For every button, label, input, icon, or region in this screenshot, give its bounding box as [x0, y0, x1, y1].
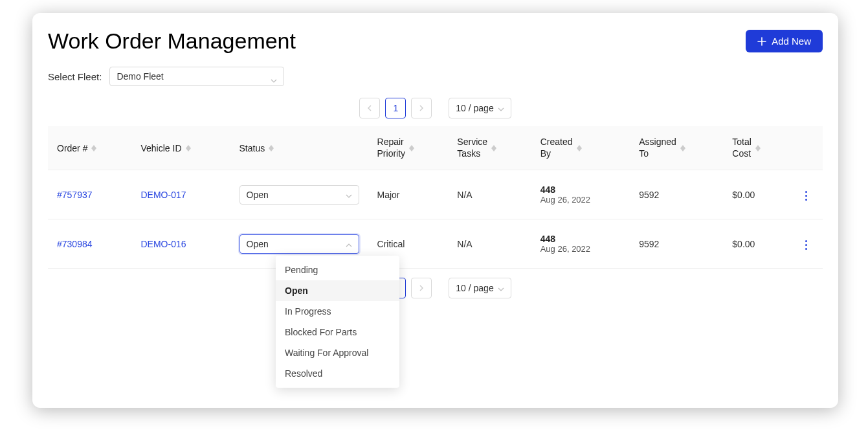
status-select[interactable]: Open: [239, 234, 359, 254]
status-option-in-progress[interactable]: In Progress: [276, 301, 399, 322]
status-dropdown: Pending Open In Progress Blocked For Par…: [276, 256, 399, 388]
table-row: #757937 DEMO-017 Open Major N/A 448 Aug …: [48, 170, 823, 219]
created-by: 448: [540, 234, 621, 244]
work-order-table: Order # Vehicle ID Status RepairPriority…: [48, 126, 823, 269]
page-title: Work Order Management: [48, 28, 296, 54]
sort-icon: [491, 145, 496, 151]
vehicle-link[interactable]: DEMO-016: [140, 239, 186, 249]
sort-icon: [269, 145, 274, 151]
priority-cell: Major: [368, 170, 449, 219]
order-link[interactable]: #730984: [57, 239, 93, 249]
col-created[interactable]: CreatedBy: [531, 126, 630, 170]
fleet-label: Select Fleet:: [48, 71, 102, 82]
status-option-resolved[interactable]: Resolved: [276, 363, 399, 384]
pagination-top: 1 10 / page: [48, 98, 823, 118]
chevron-up-icon: [346, 239, 352, 249]
created-by: 448: [540, 184, 621, 195]
created-date: Aug 26, 2022: [540, 195, 621, 205]
table-header-row: Order # Vehicle ID Status RepairPriority…: [48, 126, 823, 170]
pager-page-label: 1: [393, 103, 398, 113]
col-assigned[interactable]: AssignedTo: [630, 126, 723, 170]
tasks-cell: N/A: [448, 219, 531, 269]
vehicle-link[interactable]: DEMO-017: [140, 190, 186, 200]
plus-icon: [757, 37, 766, 46]
sort-icon: [680, 145, 685, 151]
created-cell: 448 Aug 26, 2022: [531, 219, 630, 269]
pager-prev-button[interactable]: [359, 98, 380, 118]
col-order-label: Order #: [57, 143, 87, 153]
page-card: Work Order Management Add New Select Fle…: [32, 13, 838, 408]
col-tasks[interactable]: ServiceTasks: [448, 126, 531, 170]
col-vehicle[interactable]: Vehicle ID: [131, 126, 230, 170]
col-assigned-label: AssignedTo: [639, 137, 676, 159]
col-cost-label: TotalCost: [732, 137, 751, 159]
status-option-blocked[interactable]: Blocked For Parts: [276, 322, 399, 342]
created-date: Aug 26, 2022: [540, 244, 621, 254]
tasks-cell: N/A: [448, 170, 531, 219]
header-row: Work Order Management Add New: [48, 28, 823, 54]
cost-cell: $0.00: [723, 219, 790, 269]
pagination-bottom: 1 10 / page: [48, 278, 823, 298]
col-status[interactable]: Status: [230, 126, 368, 170]
col-order[interactable]: Order #: [48, 126, 131, 170]
page-size-label: 10 / page: [456, 103, 493, 113]
col-priority[interactable]: RepairPriority: [368, 126, 449, 170]
col-vehicle-label: Vehicle ID: [140, 143, 181, 153]
status-option-open[interactable]: Open: [276, 280, 399, 301]
status-select[interactable]: Open: [239, 185, 359, 205]
chevron-down-icon: [498, 103, 504, 113]
assigned-cell: 9592: [630, 170, 723, 219]
row-actions-button[interactable]: [801, 187, 811, 205]
page-size-select[interactable]: 10 / page: [449, 98, 511, 118]
col-status-label: Status: [239, 143, 265, 153]
add-new-label: Add New: [772, 36, 811, 47]
col-cost[interactable]: TotalCost: [723, 126, 790, 170]
fleet-select[interactable]: Demo Fleet: [109, 67, 284, 86]
status-option-pending[interactable]: Pending: [276, 260, 399, 280]
row-actions-button[interactable]: [801, 236, 811, 254]
chevron-down-icon: [346, 190, 352, 200]
page-size-label: 10 / page: [456, 283, 493, 293]
status-option-waiting[interactable]: Waiting For Approval: [276, 342, 399, 363]
cost-cell: $0.00: [723, 170, 790, 219]
chevron-down-icon: [271, 74, 277, 78]
order-link[interactable]: #757937: [57, 190, 93, 200]
created-cell: 448 Aug 26, 2022: [531, 170, 630, 219]
sort-icon: [91, 145, 96, 151]
sort-icon: [577, 145, 582, 151]
page-size-select[interactable]: 10 / page: [449, 278, 511, 298]
col-tasks-label: ServiceTasks: [457, 137, 487, 159]
sort-icon: [186, 145, 191, 151]
add-new-button[interactable]: Add New: [746, 30, 823, 52]
assigned-cell: 9592: [630, 219, 723, 269]
sort-icon: [409, 145, 414, 151]
col-priority-label: RepairPriority: [377, 137, 406, 159]
col-created-label: CreatedBy: [540, 137, 573, 159]
status-select-value: Open: [247, 239, 269, 249]
fleet-select-row: Select Fleet: Demo Fleet: [48, 67, 823, 86]
pager-next-button[interactable]: [411, 278, 432, 298]
table-row: #730984 DEMO-016 Open Critical N/A 448 A…: [48, 219, 823, 269]
sort-icon: [755, 145, 761, 151]
fleet-select-value: Demo Fleet: [117, 71, 163, 82]
pager-next-button[interactable]: [411, 98, 432, 118]
status-select-value: Open: [247, 190, 269, 200]
chevron-down-icon: [498, 283, 504, 293]
col-actions: [790, 126, 823, 170]
pager-page-1[interactable]: 1: [385, 98, 406, 118]
